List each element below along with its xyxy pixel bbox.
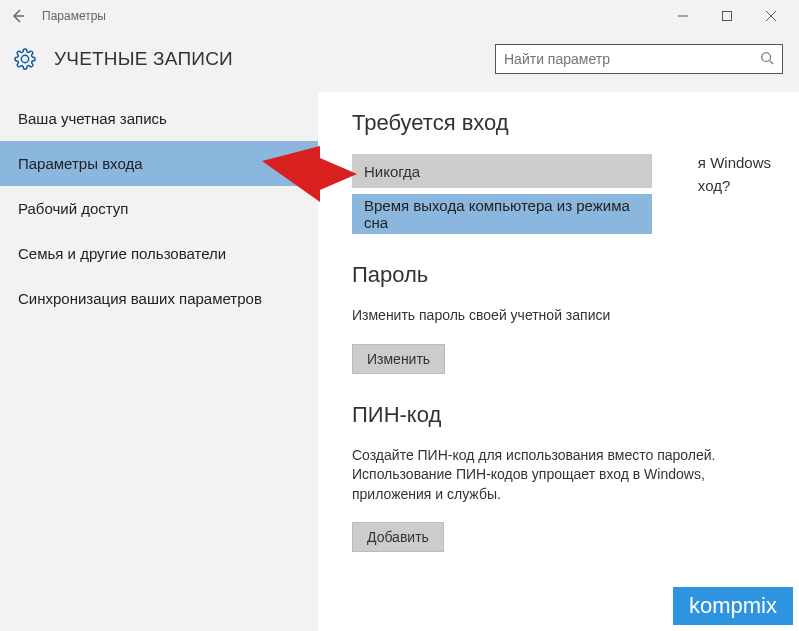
dropdown-option-sleep[interactable]: Время выхода компьютера из режима сна	[352, 194, 652, 234]
close-icon	[766, 11, 776, 21]
sidebar-item-your-account[interactable]: Ваша учетная запись	[0, 96, 318, 141]
titlebar: Параметры	[0, 0, 799, 32]
section-pin: ПИН-код Создайте ПИН-код для использован…	[352, 402, 771, 553]
add-pin-button[interactable]: Добавить	[352, 522, 444, 552]
window-title: Параметры	[42, 9, 106, 23]
gear-icon	[14, 48, 36, 70]
password-hint: Изменить пароль своей учетной записи	[352, 306, 771, 326]
sidebar: Ваша учетная запись Параметры входа Рабо…	[0, 92, 318, 631]
search-icon	[760, 51, 774, 68]
maximize-icon	[722, 11, 732, 21]
content: Требуется вход я Windows ход? Никогда Вр…	[318, 92, 799, 631]
svg-rect-2	[723, 12, 732, 21]
maximize-button[interactable]	[705, 2, 749, 30]
svg-point-5	[762, 52, 771, 61]
svg-line-6	[770, 60, 774, 64]
header: УЧЕТНЫЕ ЗАПИСИ	[0, 32, 799, 92]
minimize-button[interactable]	[661, 2, 705, 30]
search-box[interactable]	[495, 44, 783, 74]
page-title: УЧЕТНЫЕ ЗАПИСИ	[54, 48, 233, 70]
close-button[interactable]	[749, 2, 793, 30]
require-signin-dropdown: Никогда Время выхода компьютера из режим…	[352, 154, 771, 234]
section-title-signin: Требуется вход	[352, 110, 771, 136]
search-input[interactable]	[504, 51, 760, 67]
section-signin: Требуется вход я Windows ход? Никогда Вр…	[352, 110, 771, 234]
sidebar-item-sync[interactable]: Синхронизация ваших параметров	[0, 276, 318, 321]
section-password: Пароль Изменить пароль своей учетной зап…	[352, 262, 771, 374]
sidebar-item-signin-options[interactable]: Параметры входа	[0, 141, 318, 186]
watermark: kompmix	[673, 587, 793, 625]
section-title-pin: ПИН-код	[352, 402, 771, 428]
section-title-password: Пароль	[352, 262, 771, 288]
dropdown-selected[interactable]: Никогда	[352, 154, 652, 188]
sidebar-item-work-access[interactable]: Рабочий доступ	[0, 186, 318, 231]
arrow-left-icon	[10, 8, 26, 24]
pin-hint: Создайте ПИН-код для использования вмест…	[352, 446, 771, 505]
change-password-button[interactable]: Изменить	[352, 344, 445, 374]
sidebar-item-family[interactable]: Семья и другие пользователи	[0, 231, 318, 276]
minimize-icon	[678, 11, 688, 21]
back-button[interactable]	[6, 4, 30, 28]
